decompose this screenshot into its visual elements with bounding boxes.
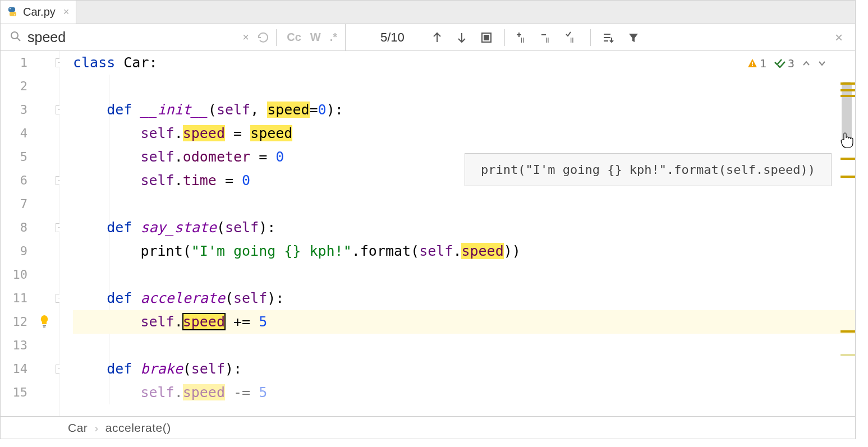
- svg-text:II: II: [570, 36, 574, 44]
- match-case-toggle[interactable]: Cc: [283, 31, 305, 44]
- line-number[interactable]: 9: [1, 239, 27, 263]
- svg-rect-19: [43, 325, 46, 326]
- line-number[interactable]: 7: [1, 192, 27, 216]
- svg-text:II: II: [545, 36, 549, 44]
- line-number[interactable]: 11: [1, 287, 27, 310]
- regex-toggle[interactable]: .*: [327, 31, 341, 44]
- svg-rect-20: [43, 326, 45, 328]
- find-input[interactable]: [27, 29, 237, 45]
- find-actions: 5/10 II II II: [346, 24, 855, 50]
- svg-point-2: [10, 8, 11, 9]
- find-bar: × Cc W .* 5/10: [1, 24, 855, 51]
- gutter: 123456789101112131415−−−−−−≡: [1, 51, 59, 416]
- add-selection-button[interactable]: II: [513, 27, 533, 48]
- breadcrumb-class[interactable]: Car: [68, 421, 88, 435]
- search-history-icon[interactable]: [255, 29, 273, 47]
- line-number[interactable]: 3: [1, 98, 27, 122]
- intention-bulb-icon[interactable]: [39, 315, 50, 331]
- tab-bar: Car.py ×: [1, 1, 855, 24]
- line-number[interactable]: 1: [1, 51, 27, 75]
- line-number[interactable]: 4: [1, 122, 27, 145]
- clear-search-button[interactable]: ×: [237, 29, 255, 47]
- previous-match-button[interactable]: [427, 27, 447, 48]
- line-number[interactable]: 13: [1, 334, 27, 357]
- tab-filename: Car.py: [23, 6, 56, 19]
- svg-rect-1: [10, 12, 16, 16]
- svg-rect-9: [484, 35, 489, 40]
- select-all-occurrences-button[interactable]: II: [562, 27, 582, 48]
- search-options: Cc W .*: [280, 31, 341, 44]
- filter-search-icon[interactable]: [599, 27, 619, 48]
- inspection-widget[interactable]: 1 3: [744, 56, 829, 71]
- svg-point-4: [11, 32, 18, 39]
- line-number[interactable]: 12: [1, 310, 27, 334]
- overview-ruler[interactable]: [841, 51, 855, 416]
- breadcrumb-separator-icon: ›: [94, 421, 99, 435]
- line-number[interactable]: 10: [1, 263, 27, 287]
- fold-gutter: [59, 51, 73, 416]
- python-file-icon: [6, 6, 19, 19]
- svg-point-3: [14, 14, 15, 15]
- file-tab[interactable]: Car.py ×: [1, 1, 76, 24]
- cursor-hand-icon: [839, 132, 854, 152]
- breadcrumb[interactable]: Car › accelerate(): [1, 416, 855, 439]
- funnel-filter-icon[interactable]: [623, 27, 644, 48]
- close-find-bar-button[interactable]: ×: [829, 30, 848, 45]
- line-number[interactable]: 2: [1, 75, 27, 98]
- editor[interactable]: 123456789101112131415−−−−−−≡ 1 3: [1, 51, 855, 416]
- line-number[interactable]: 6: [1, 169, 27, 192]
- code-area[interactable]: 1 3 class Car: def __init__(self, speed=…: [73, 51, 855, 416]
- search-icon: [10, 30, 22, 44]
- line-number[interactable]: 8: [1, 216, 27, 239]
- find-input-group: × Cc W .*: [1, 24, 346, 50]
- marker-tooltip: print("I'm going {} kph!".format(self.sp…: [465, 153, 832, 186]
- warning-badge[interactable]: 1: [747, 57, 766, 70]
- whole-word-toggle[interactable]: W: [307, 31, 324, 44]
- tab-close-icon[interactable]: ×: [63, 6, 70, 18]
- next-match-button[interactable]: [452, 27, 472, 48]
- ide-window: Car.py × × Cc W .*: [0, 0, 856, 439]
- line-number[interactable]: 5: [1, 145, 27, 169]
- svg-rect-21: [752, 62, 753, 64]
- ok-badge[interactable]: 3: [774, 57, 794, 70]
- inspection-down-icon[interactable]: [818, 59, 826, 67]
- svg-text:II: II: [521, 36, 525, 44]
- line-number[interactable]: 15: [1, 381, 27, 404]
- select-all-button[interactable]: [476, 27, 497, 48]
- remove-selection-button[interactable]: II: [538, 27, 558, 48]
- svg-rect-0: [8, 7, 15, 12]
- match-count: 5/10: [352, 30, 427, 45]
- line-number[interactable]: 14: [1, 357, 27, 381]
- breadcrumb-method[interactable]: accelerate(): [105, 421, 171, 435]
- inspection-up-icon[interactable]: [802, 59, 810, 67]
- svg-rect-22: [752, 65, 753, 66]
- svg-line-5: [17, 38, 20, 41]
